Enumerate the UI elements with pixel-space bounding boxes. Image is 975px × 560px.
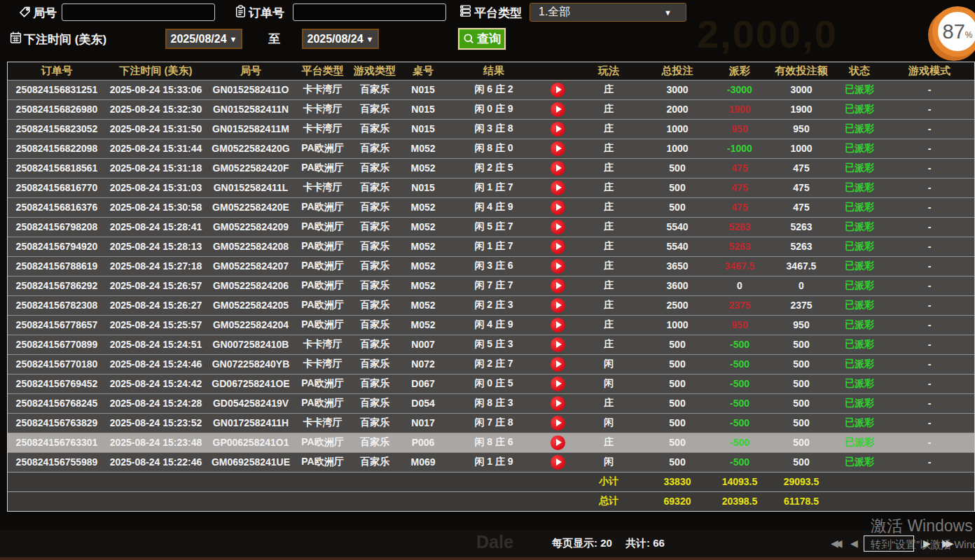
total-bet-cell: 500 [644,393,711,413]
play-type-cell: 闲 [574,413,644,433]
table-row[interactable]: 2508241568167702025-08-24 15:31:03GN0152… [8,178,974,197]
header-result: 结果 [446,62,541,80]
play-type-cell: 庄 [574,119,644,139]
table-row[interactable]: 2508241568312512025-08-24 15:33:06GN0152… [8,80,974,99]
platform-select-value: 1.全部 [539,5,570,20]
platform-select[interactable]: 1.全部 ▼ [530,3,686,22]
order-number-cell: 250824156769452 [8,374,106,393]
table-row[interactable]: 2508241568220982025-08-24 15:31:44GM0522… [8,139,974,158]
valid-bet-cell: 500 [768,335,834,354]
replay-play-icon[interactable] [551,161,565,176]
replay-play-icon[interactable] [551,337,565,352]
order-number-cell: 250824156768245 [8,393,106,413]
bet-table-body: 2508241568312512025-08-24 15:33:06GN0152… [8,80,974,511]
play-type-cell: 庄 [574,80,644,99]
play-type-cell: 庄 [574,276,644,295]
table-row[interactable]: 2508241567633012025-08-24 15:23:48GP0062… [8,433,974,452]
table-row[interactable]: 2508241567786572025-08-24 15:25:57GM0522… [8,315,974,335]
replay-play-icon[interactable] [551,357,565,372]
table-row[interactable]: 2508241568185612025-08-24 15:31:18GM0522… [8,158,974,178]
replay-play-icon[interactable] [551,102,565,117]
platform-type-cell: PA欧洲厅 [296,237,350,256]
replay-play-icon[interactable] [551,298,565,313]
platform-type-cell: 卡卡湾厅 [296,80,350,99]
replay-play-icon[interactable] [551,416,565,430]
search-button[interactable]: 查询 [458,28,506,50]
summary-total-bet-cell: 33830 [644,472,711,491]
table-row[interactable]: 2508241567862922025-08-24 15:26:57GM0522… [8,276,974,295]
replay-play-icon[interactable] [551,200,565,215]
page-input-box[interactable] [864,536,914,552]
table-row[interactable]: 2508241567982082025-08-24 15:28:41GM0522… [8,217,974,237]
table-row[interactable]: 2508241567701802025-08-24 15:24:46GN0722… [8,354,974,374]
table-row[interactable]: 2508241568230522025-08-24 15:31:50GN0152… [8,119,974,139]
replay-play-icon[interactable] [551,318,565,332]
round-number-cell: GN0152582411M [206,119,296,139]
valid-bet-cell: 500 [768,374,834,393]
replay-play-icon[interactable] [551,396,565,411]
table-row[interactable]: 2508241567823082025-08-24 15:26:27GM0522… [8,295,974,315]
replay-play-icon[interactable] [551,181,565,195]
table-number-cell: N015 [400,99,446,119]
game-mode-cell: - [885,178,974,197]
status-cell: 已派彩 [834,374,885,393]
play-triangle [556,400,562,407]
play-triangle [556,321,562,328]
table-row[interactable]: 2508241567682452025-08-24 15:24:28GD0542… [8,393,974,413]
table-row[interactable]: 2508241567638292025-08-24 15:23:52GN0172… [8,413,974,433]
replay-play-icon[interactable] [551,122,565,136]
replay-cell [541,237,574,256]
platform-type-label: 平台类型 [474,5,522,21]
payout-cell: -3000 [711,80,768,99]
game-type-cell: 百家乐 [350,315,400,335]
table-row[interactable]: 2508241567559892025-08-24 15:22:46GM0692… [8,452,974,472]
game-type-cell: 百家乐 [350,256,400,276]
header-total-bet: 总投注 [644,62,711,80]
chevron-down-icon: ▼ [664,8,672,17]
platform-type-cell: PA欧洲厅 [296,197,350,217]
last-page-icon[interactable]: ▶▶ [942,538,954,549]
table-row[interactable]: 2508241567694522025-08-24 15:24:42GD0672… [8,374,974,393]
replay-play-icon[interactable] [551,435,565,450]
date-range-to-label: 至 [268,31,280,47]
table-row[interactable]: 2508241567886192025-08-24 15:27:18GM0522… [8,256,974,276]
replay-play-icon[interactable] [551,259,565,274]
game-mode-cell: - [885,335,974,354]
game-mode-cell: - [885,433,974,452]
platform-type-cell: PA欧洲厅 [296,295,350,315]
replay-play-icon[interactable] [551,83,565,97]
prev-page-icon[interactable]: ◀ [850,538,858,549]
date-to-picker[interactable]: 2025/08/24 ▼ [302,29,379,49]
result-cell: 闲 8 庄 0 [446,139,541,158]
payout-cell: 0 [711,276,768,295]
valid-bet-cell: 0 [768,276,834,295]
result-cell: 闲 1 庄 9 [446,452,541,472]
replay-play-icon[interactable] [551,239,565,254]
bet-time-cell: 2025-08-24 15:27:18 [106,256,206,276]
replay-cell [541,335,574,354]
next-page-icon[interactable]: ▶ [923,538,931,549]
play-triangle [556,86,562,93]
table-row[interactable]: 2508241567708992025-08-24 15:24:51GN0072… [8,335,974,354]
table-row[interactable]: 2508241568163762025-08-24 15:30:58GM0522… [8,197,974,217]
header-round-number: 局号 [206,62,296,80]
play-type-cell: 庄 [574,139,644,158]
first-page-icon[interactable]: ◀◀ [831,538,843,549]
round-number-input[interactable] [62,4,215,21]
summary-status-cell [834,491,885,511]
replay-play-icon[interactable] [551,455,565,470]
table-row[interactable]: 2508241568269802025-08-24 15:32:30GN0152… [8,99,974,119]
summary-valid-bet-cell: 29093.5 [768,472,834,491]
date-from-picker[interactable]: 2025/08/24 ▼ [165,29,242,49]
order-number-cell: 250824156816770 [8,178,106,197]
replay-play-icon[interactable] [551,220,565,234]
order-number-input[interactable] [293,4,446,21]
round-number-cell: GM05225824204 [206,315,296,335]
table-row[interactable]: 2508241567949202025-08-24 15:28:13GM0522… [8,237,974,256]
play-triangle [556,243,562,250]
play-type-cell: 闲 [574,354,644,374]
replay-play-icon[interactable] [551,279,565,293]
replay-play-icon[interactable] [551,141,565,156]
replay-play-icon[interactable] [551,377,565,391]
game-mode-cell: - [885,119,974,139]
